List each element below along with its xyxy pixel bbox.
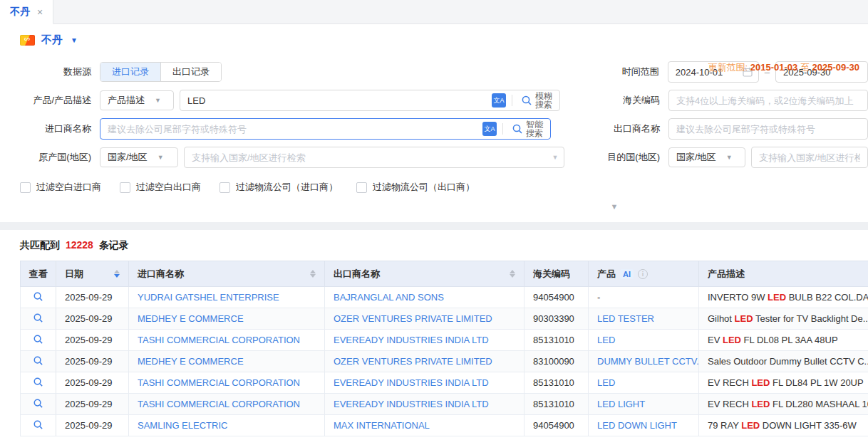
desc-text: Sales Outdoor Dummy Bullet CCTV C...	[708, 356, 868, 367]
fuzzy-search-button[interactable]: 模糊搜索	[518, 92, 559, 109]
sort-icon-date[interactable]	[114, 270, 120, 278]
exporter-link[interactable]: BAJRANGLAL AND SONS	[334, 292, 444, 303]
smart-search-button[interactable]: 智能搜索	[509, 120, 550, 137]
export-records-toggle[interactable]: 出口记录	[160, 63, 221, 81]
col-header-desc: 产品描述	[699, 261, 868, 287]
product-link[interactable]: LED	[597, 335, 615, 345]
exporter-cell: OZER VENTURES PRIVATE LIMITED	[325, 308, 525, 330]
product-link[interactable]: DUMMY BULLET CCTV...	[597, 356, 699, 367]
exporter-cell: EVEREADY INDUSTRIES INDIA LTD	[325, 372, 525, 394]
magnifier-icon	[521, 95, 532, 106]
date-cell: 2025-09-29	[56, 415, 129, 436]
info-icon[interactable]: i	[638, 269, 648, 279]
tab-bhutan[interactable]: 不丹 ×	[0, 0, 53, 24]
view-button[interactable]	[21, 394, 56, 415]
importer-link[interactable]: MEDHEY E COMMERCE	[138, 356, 244, 367]
product-link[interactable]: LED DOWN LIGHT	[597, 420, 677, 431]
table-row: 2025-09-29TASHI COMMERCIAL CORPORATIONEV…	[21, 394, 868, 415]
hs-code-cell: 85131010	[525, 394, 589, 415]
exporter-link[interactable]: OZER VENTURES PRIVATE LIMITED	[334, 356, 492, 367]
table-row: 2025-09-29MEDHEY E COMMERCEOZER VENTURES…	[21, 351, 868, 372]
exporter-cell: MAX INTERNATIONAL	[325, 415, 525, 436]
view-button[interactable]	[21, 351, 56, 372]
table-row: 2025-09-29SAMLING ELECTRICMAX INTERNATIO…	[21, 415, 868, 436]
product-link[interactable]: LED	[597, 377, 615, 388]
view-button[interactable]	[21, 415, 56, 436]
product-link[interactable]: LED LIGHT	[597, 399, 645, 409]
destination-country-input[interactable]	[752, 147, 867, 167]
bhutan-flag-icon	[20, 35, 35, 46]
col-header-exporter[interactable]: 出口商名称	[325, 261, 525, 287]
translate-icon[interactable]: 文A	[492, 93, 506, 108]
collapse-filter-chevron-icon[interactable]: ▼	[593, 202, 636, 211]
date-cell: 2025-09-29	[56, 287, 129, 308]
exporter-link[interactable]: MAX INTERNATIONAL	[334, 420, 430, 431]
filter-logistics-exporter-checkbox[interactable]: 过滤物流公司（出口商）	[356, 181, 475, 194]
importer-link[interactable]: TASHI COMMERCIAL CORPORATION	[138, 399, 300, 409]
results-summary: 共匹配到 12228 条记录	[0, 230, 868, 261]
import-records-toggle[interactable]: 进口记录	[100, 63, 160, 81]
translate-icon[interactable]: 文A	[482, 122, 497, 136]
exporter-cell: EVEREADY INDUSTRIES INDIA LTD	[325, 394, 525, 415]
importer-link[interactable]: SAMLING ELECTRIC	[138, 420, 227, 431]
update-range: 更新范围: 2015-01-03 至 2025-09-30	[708, 61, 860, 74]
exporter-link[interactable]: EVEREADY INDUSTRIES INDIA LTD	[334, 399, 489, 409]
exporter-label: 出口商名称	[614, 122, 660, 135]
exporter-link[interactable]: EVEREADY INDUSTRIES INDIA LTD	[334, 377, 489, 388]
view-button[interactable]	[21, 372, 56, 394]
importer-link[interactable]: MEDHEY E COMMERCE	[138, 313, 244, 324]
product-cell-value: -	[597, 292, 600, 303]
destination-type-select[interactable]: 国家/地区 ▼	[668, 147, 745, 167]
view-button[interactable]	[21, 308, 56, 330]
desc-text: FL DL08 PL 3AA 48UP	[741, 335, 838, 345]
ai-badge: AI	[620, 269, 634, 279]
exporter-input[interactable]	[669, 119, 867, 139]
view-magnifier-icon	[33, 291, 43, 302]
desc-text: 79 RAY	[708, 420, 741, 431]
hs-code-label: 海关编码	[623, 94, 660, 107]
filter-blank-importer-checkbox[interactable]: 过滤空白进口商	[20, 181, 101, 194]
update-range-from: 2015-01-03	[750, 62, 798, 73]
filter-logistics-importer-checkbox[interactable]: 过滤物流公司（进口商）	[219, 181, 338, 194]
view-button[interactable]	[21, 287, 56, 308]
checkbox-icon[interactable]	[120, 182, 130, 193]
page-title: 不丹	[41, 33, 63, 47]
col-header-importer[interactable]: 进口商名称	[129, 261, 325, 287]
desc-text: FL DL84 PL 1W 20UP	[770, 377, 863, 388]
importer-link[interactable]: TASHI COMMERCIAL CORPORATION	[138, 377, 300, 388]
product-search-input[interactable]	[180, 90, 492, 110]
view-button[interactable]	[21, 330, 56, 351]
importer-cell: MEDHEY E COMMERCE	[129, 308, 325, 330]
desc-text: FL DL280 MASHAAL 10...	[770, 399, 868, 409]
filter-blank-exporter-checkbox[interactable]: 过滤空白出口商	[120, 181, 201, 194]
exporter-link[interactable]: EVEREADY INDUSTRIES INDIA LTD	[334, 335, 489, 345]
product-type-select[interactable]: 产品描述 ▼	[100, 90, 174, 110]
origin-type-select[interactable]: 国家/地区 ▼	[100, 147, 178, 167]
desc-text: Tester for TV Backlight De...	[753, 313, 868, 324]
checkbox-icon[interactable]	[356, 182, 367, 193]
tab-close-icon[interactable]: ×	[37, 6, 43, 18]
importer-search-input[interactable]	[100, 119, 482, 139]
view-magnifier-icon	[33, 398, 43, 409]
importer-search-group: 文A 智能搜索	[100, 118, 551, 140]
summary-suffix: 条记录	[99, 239, 129, 251]
filter-checkbox-row: 过滤空白进口商 过滤空白出口商 过滤物流公司（进口商） 过滤物流公司（出口商）	[0, 181, 868, 194]
importer-link[interactable]: YUDRAI GATSHEL ENTERPRISE	[138, 292, 279, 303]
importer-cell: SAMLING ELECTRIC	[129, 415, 325, 436]
checkbox-icon[interactable]	[219, 182, 230, 193]
view-magnifier-icon	[33, 334, 43, 345]
hs-code-cell: 85131010	[525, 330, 589, 351]
hs-code-input[interactable]	[669, 90, 867, 110]
origin-country-input[interactable]	[185, 147, 552, 167]
col-header-date[interactable]: 日期	[56, 261, 129, 287]
chevron-down-icon: ▼	[157, 154, 164, 161]
exporter-link[interactable]: OZER VENTURES PRIVATE LIMITED	[334, 313, 492, 324]
chevron-down-icon[interactable]: ▼	[71, 36, 78, 44]
exporter-cell: EVEREADY INDUSTRIES INDIA LTD	[325, 330, 525, 351]
tab-bar: 不丹 ×	[0, 0, 868, 24]
checkbox-icon[interactable]	[20, 182, 31, 193]
sort-icon-importer[interactable]	[310, 270, 316, 278]
importer-link[interactable]: TASHI COMMERCIAL CORPORATION	[138, 335, 300, 345]
sort-icon-exporter[interactable]	[510, 270, 515, 278]
product-link[interactable]: LED TESTER	[597, 313, 654, 324]
